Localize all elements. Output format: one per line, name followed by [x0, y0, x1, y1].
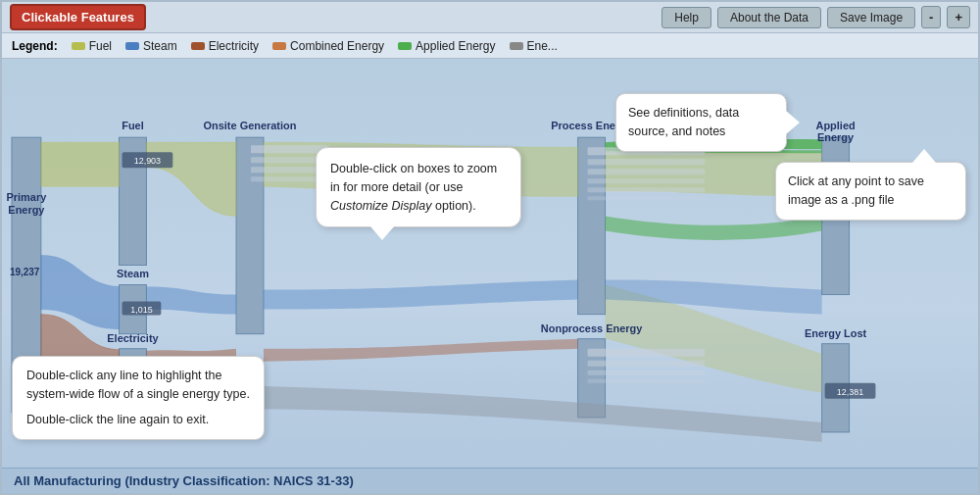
svg-rect-37 [588, 196, 706, 200]
svg-rect-41 [588, 379, 706, 383]
svg-text:12,903: 12,903 [134, 156, 161, 166]
svg-text:1,015: 1,015 [130, 305, 152, 315]
svg-text:Electricity: Electricity [107, 332, 159, 344]
svg-rect-39 [588, 361, 706, 367]
legend-bar: Legend: Fuel Steam Electricity Combined … [2, 33, 978, 59]
legend-electricity-label: Electricity [209, 39, 259, 53]
legend-steam-label: Steam [143, 39, 177, 53]
applied-dot [398, 42, 412, 50]
legend-item-steam: Steam [125, 39, 177, 53]
save-callout: Click at any point to save image as a .p… [775, 162, 966, 221]
bottomleft-callout-line4: Double-click the line again to exit. [26, 411, 250, 429]
help-button[interactable]: Help [662, 7, 711, 28]
steam-dot [125, 42, 139, 50]
bottom-bar-text: All Manufacturing (Industry Classificati… [14, 473, 354, 488]
svg-text:Energy: Energy [817, 131, 855, 143]
legend-item-applied: Applied Energy [398, 39, 495, 53]
bottomleft-callout: Double-click any line to highlight the s… [12, 356, 265, 440]
fuel-dot [72, 42, 85, 50]
combined-dot [272, 42, 286, 50]
ene-dot [510, 42, 523, 50]
save-callout-arrow [912, 149, 936, 163]
legend-item-ene: Ene... [510, 39, 558, 53]
legend-fuel-label: Fuel [89, 39, 112, 53]
svg-text:Applied: Applied [816, 120, 856, 131]
legend-item-electricity: Electricity [191, 39, 259, 53]
svg-text:Steam: Steam [117, 267, 149, 278]
svg-rect-36 [588, 187, 706, 192]
zoom-plus-button[interactable]: + [947, 6, 970, 28]
legend-ene-label: Ene... [527, 39, 558, 53]
legend-combined-label: Combined Energy [290, 39, 384, 53]
electricity-dot [191, 42, 205, 50]
center-callout-text: Double-click on boxes to zoom in for mor… [330, 162, 497, 213]
legend-prefix: Legend: [12, 39, 58, 53]
svg-text:Nonprocess Energy: Nonprocess Energy [541, 322, 643, 334]
save-callout-text: Click at any point to save image as a .p… [788, 174, 924, 207]
svg-rect-33 [588, 159, 706, 165]
svg-rect-40 [588, 371, 706, 375]
svg-text:Energy: Energy [8, 204, 45, 216]
svg-rect-38 [588, 349, 706, 357]
clickable-features-badge: Clickable Features [10, 4, 146, 30]
bottomleft-callout-line1: Double-click any line to highlight the [26, 367, 250, 385]
svg-text:Onsite Generation: Onsite Generation [204, 120, 297, 131]
center-callout-arrow [370, 226, 394, 240]
top-right-buttons: Help About the Data Save Image - + [662, 6, 970, 28]
svg-text:19,237: 19,237 [10, 266, 40, 276]
zoom-minus-button[interactable]: - [921, 6, 941, 28]
svg-text:Fuel: Fuel [122, 120, 144, 131]
help-callout-arrow [786, 111, 800, 134]
svg-text:Energy Lost: Energy Lost [805, 327, 867, 339]
svg-text:12,381: 12,381 [837, 387, 863, 397]
bottomleft-callout-line2: system-wide flow of a single energy type… [26, 385, 250, 404]
save-image-button[interactable]: Save Image [827, 7, 915, 28]
about-button[interactable]: About the Data [717, 7, 821, 28]
svg-text:Primary: Primary [7, 191, 48, 203]
help-callout: See definitions, data source, and notes [615, 93, 787, 152]
help-callout-text: See definitions, data source, and notes [628, 106, 739, 138]
sankey-area[interactable]: 12,903 1,015 19,237 12,381 Primary Energ… [2, 59, 978, 471]
center-callout: Double-click on boxes to zoom in for mor… [316, 147, 521, 227]
legend-item-fuel: Fuel [72, 39, 112, 53]
bottom-bar: All Manufacturing (Industry Classificati… [2, 468, 978, 493]
legend-item-combined: Combined Energy [272, 39, 384, 53]
legend-applied-label: Applied Energy [416, 39, 495, 53]
svg-rect-35 [588, 178, 706, 183]
svg-rect-34 [588, 169, 706, 174]
